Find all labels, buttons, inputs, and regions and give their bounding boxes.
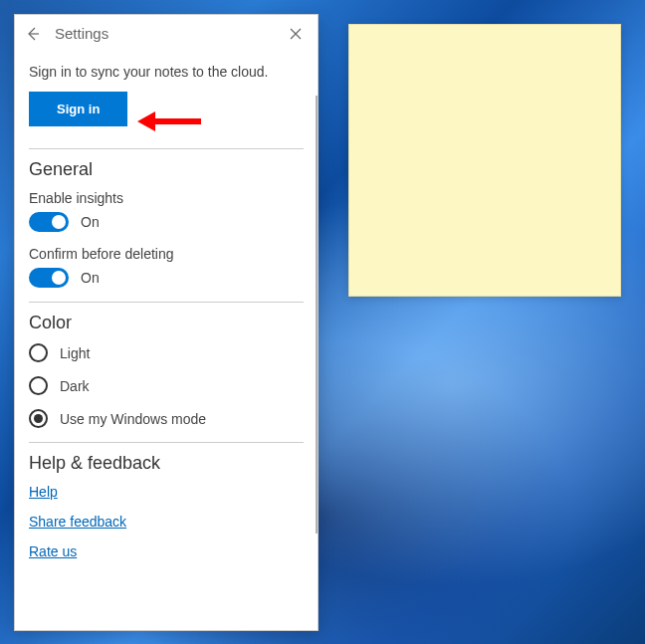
divider (29, 302, 304, 303)
color-option-dark[interactable]: Dark (29, 376, 304, 395)
back-icon[interactable] (25, 26, 41, 42)
help-link[interactable]: Help (29, 484, 304, 500)
settings-window: Settings Sign in to sync your notes to t… (14, 14, 319, 631)
confirm-delete-label: Confirm before deleting (29, 246, 304, 262)
divider (29, 442, 304, 443)
radio-label: Use my Windows mode (60, 411, 206, 427)
window-title: Settings (55, 25, 274, 42)
divider (29, 148, 304, 149)
feedback-link[interactable]: Share feedback (29, 514, 304, 530)
rate-link[interactable]: Rate us (29, 543, 304, 559)
radio-label: Light (60, 345, 90, 361)
color-section-title: Color (29, 313, 304, 333)
radio-icon (29, 343, 48, 362)
color-option-windows[interactable]: Use my Windows mode (29, 409, 304, 428)
sync-prompt: Sign in to sync your notes to the cloud. (29, 64, 304, 80)
radio-icon (29, 376, 48, 395)
insights-state: On (81, 214, 100, 230)
scrollbar[interactable] (316, 96, 318, 534)
titlebar: Settings (15, 15, 318, 48)
help-section-title: Help & feedback (29, 453, 304, 474)
close-icon[interactable] (288, 26, 304, 42)
insights-label: Enable insights (29, 190, 304, 206)
settings-content: Sign in to sync your notes to the cloud.… (15, 48, 318, 630)
signin-button[interactable]: Sign in (29, 92, 127, 126)
insights-toggle[interactable] (29, 212, 69, 232)
sticky-note[interactable] (348, 24, 621, 297)
confirm-delete-toggle[interactable] (29, 268, 69, 288)
radio-label: Dark (60, 378, 90, 394)
general-section-title: General (29, 159, 304, 180)
confirm-delete-state: On (81, 270, 100, 286)
insights-toggle-row: On (29, 212, 304, 232)
confirm-delete-toggle-row: On (29, 268, 304, 288)
radio-icon (29, 409, 48, 428)
color-option-light[interactable]: Light (29, 343, 304, 362)
